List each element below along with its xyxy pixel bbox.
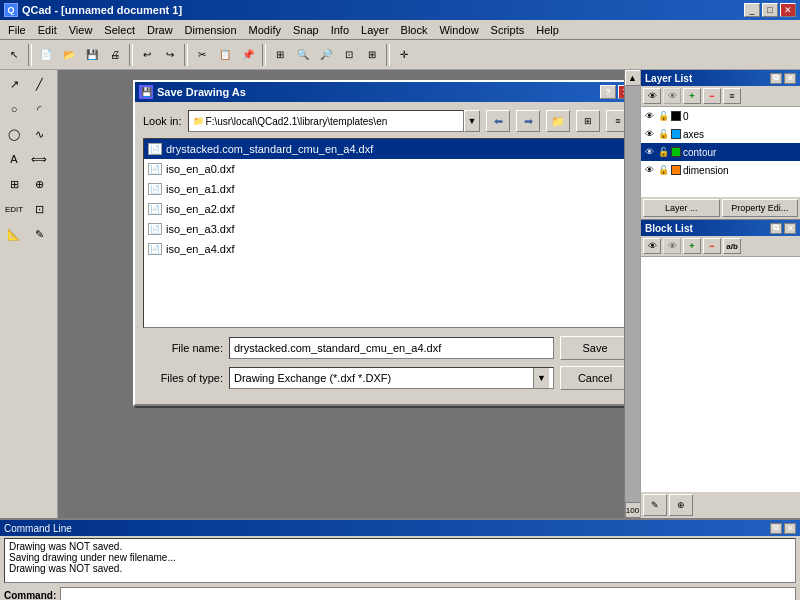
file-item[interactable]: 📄 iso_en_a4.dxf xyxy=(144,239,629,259)
look-in-path-display[interactable]: 📁 F:\usr\local\QCad2.1\library\templates… xyxy=(188,110,464,132)
toolbar-arrow[interactable]: ↖ xyxy=(3,44,25,66)
toolbar-cut[interactable]: ✂ xyxy=(191,44,213,66)
menu-item-help[interactable]: Help xyxy=(530,22,565,38)
tool-text[interactable]: A xyxy=(2,147,26,171)
tool-modify[interactable]: ✎ xyxy=(27,222,51,246)
property-edit-button[interactable]: Property Edi... xyxy=(722,199,799,217)
block-list[interactable] xyxy=(641,257,800,492)
toolbar-new[interactable]: 📄 xyxy=(35,44,57,66)
minimize-button[interactable]: _ xyxy=(744,3,760,17)
block-panel-float-button[interactable]: ⧉ xyxy=(770,223,782,234)
cmd-close-button[interactable]: ✕ xyxy=(784,523,796,534)
menu-item-edit[interactable]: Edit xyxy=(32,22,63,38)
menu-item-window[interactable]: Window xyxy=(433,22,484,38)
layer-eye2-button[interactable]: 👁 xyxy=(663,88,681,104)
tool-ellipse[interactable]: ◯ xyxy=(2,122,26,146)
layer-row-3[interactable]: 👁 🔓 dimension xyxy=(641,161,800,179)
toolbar-zoom-out[interactable]: 🔎 xyxy=(315,44,337,66)
nav-up-button[interactable]: 📁 xyxy=(546,110,570,132)
menu-item-layer[interactable]: Layer xyxy=(355,22,395,38)
block-eye2-button[interactable]: 👁 xyxy=(663,238,681,254)
toolbar-zoom-win[interactable]: ⊞ xyxy=(361,44,383,66)
files-of-type-combo[interactable]: Drawing Exchange (*.dxf *.DXF) ▼ xyxy=(229,367,554,389)
block-remove-button[interactable]: − xyxy=(703,238,721,254)
nav-back-button[interactable]: ⬅ xyxy=(486,110,510,132)
block-panel-close-button[interactable]: ✕ xyxy=(784,223,796,234)
tool-snap[interactable]: ⊡ xyxy=(27,197,51,221)
file-name-input[interactable] xyxy=(229,337,554,359)
menu-item-modify[interactable]: Modify xyxy=(243,22,287,38)
scroll-up-arrow[interactable]: ▲ xyxy=(625,70,641,86)
tool-line[interactable]: ╱ xyxy=(27,72,51,96)
layer-add-button[interactable]: + xyxy=(683,88,701,104)
look-in-arrow[interactable]: ▼ xyxy=(464,110,480,132)
maximize-button[interactable]: □ xyxy=(762,3,778,17)
tool-arc[interactable]: ◜ xyxy=(27,97,51,121)
file-item[interactable]: 📄 iso_en_a3.dxf xyxy=(144,219,629,239)
toolbar-copy[interactable]: 📋 xyxy=(214,44,236,66)
canvas-area[interactable]: 💾 Save Drawing As ? ✕ Look in: xyxy=(58,70,640,518)
files-of-type-arrow[interactable]: ▼ xyxy=(533,368,549,388)
file-name-2: iso_en_a1.dxf xyxy=(166,183,235,195)
tool-circle[interactable]: ○ xyxy=(2,97,26,121)
dialog-help-button[interactable]: ? xyxy=(600,85,616,99)
tool-edit[interactable]: EDIT xyxy=(2,197,26,221)
scroll-track[interactable] xyxy=(625,86,641,502)
toolbar-zoom-in[interactable]: 🔍 xyxy=(292,44,314,66)
layer-panel-float-button[interactable]: ⧉ xyxy=(770,73,782,84)
toolbar-grid[interactable]: ⊞ xyxy=(269,44,291,66)
tool-select[interactable]: ↗ xyxy=(2,72,26,96)
menu-item-view[interactable]: View xyxy=(63,22,99,38)
toolbar-redo[interactable]: ↪ xyxy=(159,44,181,66)
block-insert-button[interactable]: ⊕ xyxy=(669,494,693,516)
tool-dim[interactable]: ⟺ xyxy=(27,147,51,171)
toolbar-zoom-fit[interactable]: ⊡ xyxy=(338,44,360,66)
file-item[interactable]: 📄 drystacked.com_standard_cmu_en_a4.dxf xyxy=(144,139,629,159)
block-eye-button[interactable]: 👁 xyxy=(643,238,661,254)
menu-item-info[interactable]: Info xyxy=(325,22,355,38)
save-button[interactable]: Save xyxy=(560,336,630,360)
menu-item-scripts[interactable]: Scripts xyxy=(485,22,531,38)
layer-panel-close-button[interactable]: ✕ xyxy=(784,73,796,84)
layer-eye-button[interactable]: 👁 xyxy=(643,88,661,104)
block-add-button[interactable]: + xyxy=(683,238,701,254)
block-text-button[interactable]: a/b xyxy=(723,238,741,254)
toolbar-save[interactable]: 💾 xyxy=(81,44,103,66)
tool-info[interactable]: 📐 xyxy=(2,222,26,246)
block-panel-title: Block List ⧉ ✕ xyxy=(641,220,800,236)
file-item[interactable]: 📄 iso_en_a1.dxf xyxy=(144,179,629,199)
cmd-float-button[interactable]: ⧉ xyxy=(770,523,782,534)
menu-item-snap[interactable]: Snap xyxy=(287,22,325,38)
tool-hatch[interactable]: ⊞ xyxy=(2,172,26,196)
toolbar-open[interactable]: 📂 xyxy=(58,44,80,66)
toolbar-undo[interactable]: ↩ xyxy=(136,44,158,66)
toolbar-move[interactable]: ✛ xyxy=(393,44,415,66)
toolbar-paste[interactable]: 📌 xyxy=(237,44,259,66)
layer-remove-button[interactable]: − xyxy=(703,88,721,104)
menu-item-draw[interactable]: Draw xyxy=(141,22,179,38)
menu-item-select[interactable]: Select xyxy=(98,22,141,38)
command-input[interactable] xyxy=(60,587,796,600)
layer-row-0[interactable]: 👁 🔓 0 xyxy=(641,107,800,125)
close-button[interactable]: ✕ xyxy=(780,3,796,17)
nav-forward-button[interactable]: ➡ xyxy=(516,110,540,132)
cancel-button[interactable]: Cancel xyxy=(560,366,630,390)
file-list[interactable]: 📄 drystacked.com_standard_cmu_en_a4.dxf … xyxy=(143,138,630,328)
layer-properties-button[interactable]: Layer ... xyxy=(643,199,720,217)
tool-insert[interactable]: ⊕ xyxy=(27,172,51,196)
layer-list[interactable]: 👁 🔓 0 👁 🔓 axes 👁 🔓 contour xyxy=(641,107,800,197)
nav-new-folder-button[interactable]: ⊞ xyxy=(576,110,600,132)
tool-spline[interactable]: ∿ xyxy=(27,122,51,146)
layer-list-button[interactable]: ≡ xyxy=(723,88,741,104)
layer-row-2[interactable]: 👁 🔓 contour xyxy=(641,143,800,161)
block-edit-button[interactable]: ✎ xyxy=(643,494,667,516)
layer-row-1[interactable]: 👁 🔓 axes xyxy=(641,125,800,143)
toolbar-print[interactable]: 🖨 xyxy=(104,44,126,66)
file-item[interactable]: 📄 iso_en_a0.dxf xyxy=(144,159,629,179)
menu-item-block[interactable]: Block xyxy=(395,22,434,38)
file-name-5: iso_en_a4.dxf xyxy=(166,243,235,255)
file-item[interactable]: 📄 iso_en_a2.dxf xyxy=(144,199,629,219)
menu-item-dimension[interactable]: Dimension xyxy=(179,22,243,38)
scroll-bottom[interactable]: 100 xyxy=(625,502,641,518)
menu-item-file[interactable]: File xyxy=(2,22,32,38)
